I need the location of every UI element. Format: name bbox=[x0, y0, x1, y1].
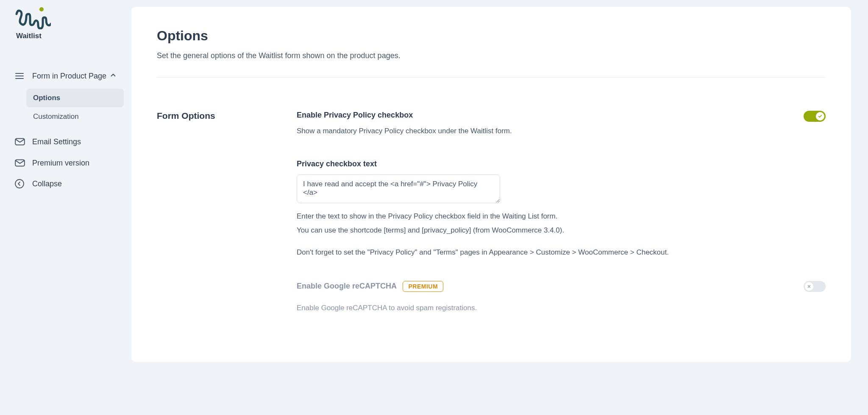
nav-item-label: Premium version bbox=[32, 159, 89, 168]
field-label: Enable Google reCAPTCHA bbox=[297, 282, 397, 291]
premium-badge: PREMIUM bbox=[403, 281, 443, 292]
nav-sub-items: Options Customization bbox=[26, 89, 124, 126]
field-description: Enable Google reCAPTCHA to avoid spam re… bbox=[297, 303, 804, 314]
field-description: Show a mandatory Privacy Policy checkbox… bbox=[297, 126, 804, 137]
page-title: Options bbox=[157, 28, 826, 44]
toggle-enable-privacy[interactable] bbox=[804, 111, 826, 122]
nav-item-form-in-product-page[interactable]: Form in Product Page bbox=[8, 66, 124, 86]
nav-item-collapse[interactable]: Collapse bbox=[8, 174, 124, 194]
svg-point-0 bbox=[39, 7, 44, 11]
nav-sub-item-customization[interactable]: Customization bbox=[26, 107, 124, 126]
nav-sub-item-options[interactable]: Options bbox=[26, 89, 124, 107]
yith-logo bbox=[15, 6, 51, 29]
form-options-section: Form Options Enable Privacy Policy check… bbox=[157, 78, 826, 336]
chevron-up-icon bbox=[109, 71, 117, 81]
x-icon bbox=[805, 282, 813, 291]
main-content: Options Set the general options of the W… bbox=[131, 0, 868, 415]
nav-item-label: Email Settings bbox=[32, 137, 81, 146]
field-help-text: Enter the text to show in the Privacy Po… bbox=[297, 211, 826, 236]
sidebar: Waitlist Form in Product Page Options Cu… bbox=[0, 0, 131, 415]
mail-icon bbox=[14, 136, 26, 147]
nav-item-label: Form in Product Page bbox=[32, 72, 106, 81]
page-description: Set the general options of the Waitlist … bbox=[157, 51, 826, 78]
toggle-enable-recaptcha[interactable] bbox=[804, 281, 826, 292]
svg-point-6 bbox=[15, 179, 24, 188]
field-enable-privacy-checkbox: Enable Privacy Policy checkbox Show a ma… bbox=[297, 111, 826, 137]
check-icon bbox=[816, 112, 824, 121]
brand-block: Waitlist bbox=[8, 6, 124, 66]
nav-item-email-settings[interactable]: Email Settings bbox=[8, 131, 124, 152]
settings-panel: Options Set the general options of the W… bbox=[131, 7, 851, 362]
section-heading: Form Options bbox=[157, 111, 297, 336]
nav-item-label: Collapse bbox=[32, 179, 62, 188]
field-help-text-2: Don't forget to set the "Privacy Policy"… bbox=[297, 247, 826, 258]
plugin-name: Waitlist bbox=[16, 32, 124, 40]
mail-icon bbox=[14, 157, 26, 168]
field-label: Enable Privacy Policy checkbox bbox=[297, 111, 413, 120]
nav-item-premium-version[interactable]: Premium version bbox=[8, 152, 124, 174]
field-privacy-checkbox-text: Privacy checkbox text Enter the text to … bbox=[297, 160, 826, 258]
field-enable-recaptcha: Enable Google reCAPTCHA PREMIUM Enable G… bbox=[297, 281, 826, 314]
collapse-icon bbox=[14, 179, 26, 189]
privacy-text-textarea[interactable] bbox=[297, 174, 500, 203]
form-icon bbox=[14, 71, 26, 81]
field-label: Privacy checkbox text bbox=[297, 160, 377, 168]
